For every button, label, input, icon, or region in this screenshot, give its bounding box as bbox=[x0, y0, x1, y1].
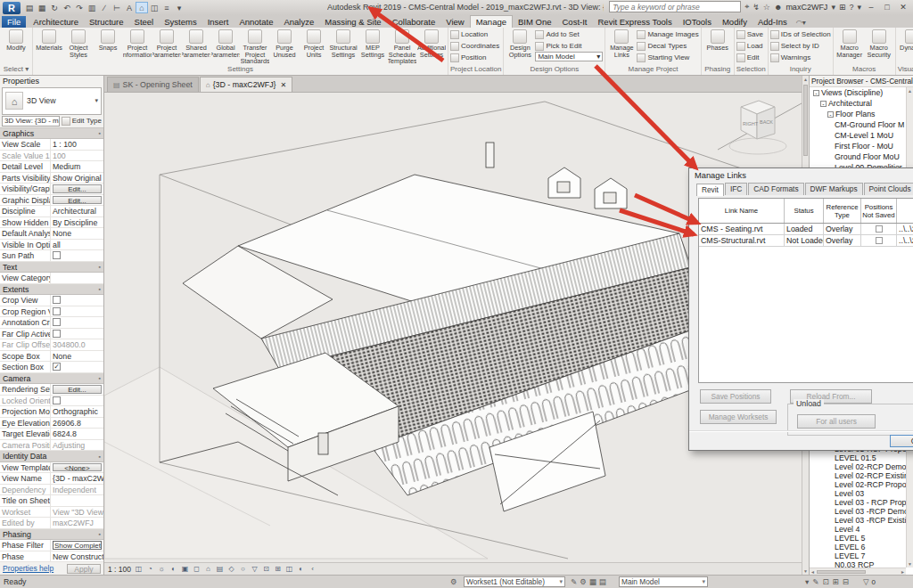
discipline-value[interactable]: Architectural bbox=[51, 206, 103, 216]
ribbon-tab-manage[interactable]: Manage bbox=[470, 15, 513, 28]
save-positions-button[interactable]: Save Positions bbox=[700, 389, 771, 404]
dialog-tab-point-clouds[interactable]: Point Clouds bbox=[864, 183, 913, 195]
properties-section-text[interactable]: Text▪ bbox=[0, 262, 103, 274]
positions-not-saved-checkbox[interactable] bbox=[876, 225, 883, 233]
ribbon-button-location[interactable]: Location bbox=[450, 29, 499, 40]
render-icon[interactable]: ▣ bbox=[180, 564, 190, 574]
dialog-title[interactable]: Manage Links bbox=[689, 168, 913, 183]
properties-section-camera[interactable]: Camera▪ bbox=[0, 373, 103, 385]
ribbon-button-macro-security[interactable]: Macro Security bbox=[865, 29, 893, 65]
ribbon-button-add-to-set[interactable]: Add to Set bbox=[535, 29, 603, 40]
annotation-crop-checkbox[interactable] bbox=[53, 318, 61, 326]
active-design-option-dropdown[interactable]: Main Model▾ bbox=[535, 52, 603, 61]
ribbon-button-project-information[interactable]: Project Information bbox=[123, 29, 152, 65]
ribbon-tab-massing-site[interactable]: Massing & Site bbox=[319, 16, 386, 28]
worksharing-display-icon[interactable]: ○ bbox=[238, 564, 248, 574]
ribbon-button-mep-settings[interactable]: MEP Settings bbox=[358, 29, 387, 65]
view-scale-value[interactable]: 1 : 100 bbox=[51, 139, 103, 150]
target-elevation-value[interactable]: 6824.8 bbox=[51, 429, 103, 439]
tree-collapse-icon[interactable]: - bbox=[813, 90, 819, 96]
link-display-icon[interactable]: ◫ bbox=[284, 564, 294, 574]
unload-for-all-users-button[interactable]: For all users bbox=[797, 414, 876, 429]
selection-toggle-icons[interactable]: ▾✎⊡⊞⊟ bbox=[805, 576, 849, 587]
ribbon-tab-revit-express-tools[interactable]: Revit Express Tools bbox=[592, 16, 677, 28]
help-dropdown-icon[interactable]: ▾ bbox=[857, 3, 861, 12]
temporary-view-properties-icon[interactable]: ▽ bbox=[250, 564, 259, 574]
column-header-positions-not-saved[interactable]: Positions Not Saved bbox=[861, 199, 897, 223]
ribbon-button-transfer-project-standards[interactable]: Transfer Project Standards bbox=[241, 29, 269, 65]
analytical-model-icon[interactable]: ⊡ bbox=[261, 564, 271, 574]
browser-item-floor-plans[interactable]: -Floor Plans bbox=[811, 109, 913, 119]
ribbon-button-decal-types[interactable]: Decal Types bbox=[637, 40, 698, 52]
browser-item-cm-level-1-mou[interactable]: CM-Level 1 MoU bbox=[811, 130, 913, 141]
redo-icon[interactable]: ↷ bbox=[73, 2, 86, 13]
browser-item-level-02-rcp-existin[interactable]: Level 02-RCP Existin bbox=[811, 471, 906, 480]
favorites-icon[interactable]: ☆ bbox=[763, 3, 770, 12]
manage-worksets-button[interactable]: Manage Worksets bbox=[700, 410, 777, 424]
properties-help-link[interactable]: Properties help bbox=[3, 564, 53, 573]
view-scale-control[interactable]: 1 : 100 bbox=[108, 565, 131, 574]
edit-type-button[interactable]: Edit Type bbox=[62, 117, 102, 126]
aligned-dimension-icon[interactable]: ⊢ bbox=[111, 2, 123, 13]
ribbon-button-global-parameters[interactable]: Global Parameters bbox=[211, 29, 240, 65]
ok-button[interactable]: OK bbox=[890, 435, 913, 447]
ribbon-button-purge-unused[interactable]: Purge Unused bbox=[270, 29, 299, 65]
dropdown-icon[interactable]: ▾ bbox=[831, 3, 835, 12]
ribbon-button-additional-settings[interactable]: Additional Settings bbox=[417, 29, 446, 65]
far-clip-offset-value[interactable]: 304800.0 bbox=[51, 339, 103, 350]
viewcube-right-face[interactable]: RIGHT bbox=[743, 121, 759, 127]
exclude-options-icon[interactable]: ▾ bbox=[805, 577, 809, 586]
properties-section-identity-data[interactable]: Identity Data▪ bbox=[0, 451, 103, 462]
ribbon-tab-structure[interactable]: Structure bbox=[84, 16, 129, 28]
open-icon[interactable]: ▤ bbox=[23, 2, 36, 13]
ribbon-button-ids-of-selection[interactable]: IDs of Selection bbox=[770, 29, 831, 40]
browser-item-level-4[interactable]: Level 4 bbox=[811, 525, 906, 534]
undo-icon[interactable]: ↶ bbox=[61, 2, 73, 13]
ribbon-button-panel-schedule-templates[interactable]: Panel Schedule Templates bbox=[388, 29, 416, 65]
ribbon-tab-view[interactable]: View bbox=[440, 16, 469, 28]
crop-region-icon[interactable]: ⌂ bbox=[203, 564, 213, 574]
show-hidden-li-value[interactable]: By Discipline bbox=[51, 217, 103, 228]
edit-linked-icon[interactable]: ✎ bbox=[812, 577, 818, 586]
ribbon-button-phases[interactable]: Phases bbox=[703, 29, 732, 65]
phase-filter-combo[interactable]: Show Complete bbox=[53, 541, 102, 550]
default-analysis-value[interactable]: None bbox=[51, 228, 103, 239]
ribbon-button-object-styles[interactable]: Object Styles bbox=[64, 29, 93, 65]
browser-item-level-02-rcp-propo[interactable]: Level 02-RCP Propo bbox=[811, 480, 906, 489]
browser-item-level-01-5[interactable]: LEVEL 01.5 bbox=[811, 453, 906, 462]
project-browser-title[interactable]: Project Browser - CMS-Central Mod... bbox=[810, 76, 913, 87]
ribbon-button-materials[interactable]: Materials bbox=[35, 29, 63, 65]
far-clip-active-checkbox[interactable] bbox=[53, 330, 61, 338]
dialog-tab-cad-formats[interactable]: CAD Formats bbox=[748, 183, 803, 195]
crop-view-checkbox[interactable] bbox=[53, 296, 61, 304]
ribbon-button-position[interactable]: Position bbox=[450, 52, 499, 63]
drag-on-selection-icon[interactable]: ⊟ bbox=[843, 577, 849, 586]
visibility-graphi-button[interactable]: Edit... bbox=[53, 184, 102, 193]
column-header-link-name[interactable]: Link Name bbox=[699, 199, 785, 223]
browser-item-architectural[interactable]: -Architectural bbox=[811, 98, 913, 109]
eye-elevation-value[interactable]: 26906.8 bbox=[51, 418, 103, 429]
ribbon-button-project-units[interactable]: Project Units bbox=[300, 29, 328, 65]
scope-box-value[interactable]: None bbox=[51, 351, 103, 362]
dependency-value[interactable]: Independent bbox=[51, 485, 103, 495]
signed-in-user[interactable]: maxC2WFJ bbox=[786, 3, 827, 12]
positions-not-saved-checkbox[interactable] bbox=[876, 237, 883, 244]
tree-collapse-icon[interactable]: - bbox=[820, 101, 827, 107]
browser-item-ground-floor-mou[interactable]: Ground Floor MoU bbox=[811, 151, 913, 162]
shadows-icon[interactable]: ◐ bbox=[169, 564, 178, 574]
dialog-tab-dwf-markups[interactable]: DWF Markups bbox=[805, 183, 863, 195]
ribbon-button-starting-view[interactable]: Starting View bbox=[637, 52, 698, 63]
ribbon-button-project-parameters[interactable]: Project Parameters bbox=[152, 29, 181, 65]
view-tab-3d-maxc2wfj[interactable]: ⌂{3D - maxC2WFJ}✕ bbox=[200, 77, 292, 92]
ribbon-tab-iotools[interactable]: IOTools bbox=[678, 16, 717, 28]
ribbon-button-coordinates[interactable]: Coordinates bbox=[450, 40, 499, 52]
ribbon-button-macro-manager[interactable]: Macro Manager bbox=[835, 29, 864, 65]
locked-orientat-checkbox[interactable] bbox=[53, 396, 61, 404]
properties-section-graphics[interactable]: Graphics▪ bbox=[0, 128, 103, 140]
ribbon-button-dynamo[interactable]: Dynamo bbox=[898, 29, 913, 65]
default-3d-view-icon[interactable]: ⌂ bbox=[136, 2, 148, 13]
ribbon-display-toggle-icon[interactable]: ◠▾ bbox=[793, 18, 810, 28]
ribbon-button-structural-settings[interactable]: Structural Settings bbox=[329, 29, 358, 65]
account-icon[interactable]: ☻ bbox=[774, 3, 782, 12]
crop-view-icon[interactable]: ◻ bbox=[192, 564, 202, 574]
